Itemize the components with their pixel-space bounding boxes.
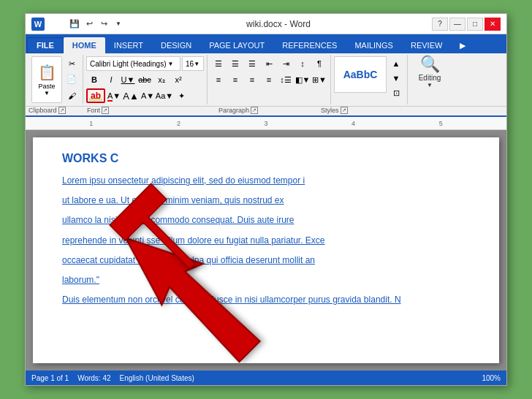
styles-section-label: Styles [321, 107, 339, 114]
paste-button[interactable]: 📋 Paste ▼ [31, 56, 62, 103]
numbering-button[interactable]: ☰ [227, 56, 243, 71]
doc-para-7: Duis elementum non orci vel congue. Fusc… [62, 293, 470, 307]
cut-button[interactable]: ✂ [64, 56, 80, 71]
clipboard-section: 📋 Paste ▼ ✂ 📄 🖌 [28, 55, 83, 104]
tab-references[interactable]: REFERENCES [273, 37, 346, 53]
strikethrough-button[interactable]: abc [137, 72, 153, 87]
doc-para-5: occaecat cupidatat non sunt in culpa qui… [62, 254, 470, 267]
borders-button[interactable]: ⊞▼ [311, 72, 327, 87]
close-btn[interactable]: ✕ [484, 18, 501, 31]
tab-file[interactable]: FILE [27, 37, 64, 53]
superscript-button[interactable]: x² [170, 72, 186, 87]
ribbon-toolbar: 📋 Paste ▼ ✂ 📄 🖌 Calibri Light (Headings)… [26, 53, 506, 107]
line-spacing-button[interactable]: ↕☰ [278, 72, 294, 87]
change-case-button[interactable]: Aa▼ [156, 88, 172, 103]
zoom-level: 100% [482, 374, 501, 382]
help-btn[interactable]: ? [432, 18, 448, 31]
editing-section: 🔍 Editing ▼ [408, 55, 452, 104]
font-size-shrink-button[interactable]: A▼ [140, 88, 156, 103]
styles-scroll-down[interactable]: ▼ [388, 71, 404, 86]
quick-access-toolbar: 💾 ↩ ↪ ▼ [68, 18, 125, 31]
doc-para-1: Lorem ipsu onsectetur adipiscing elit, s… [62, 174, 470, 188]
tab-page-layout[interactable]: PAGE LAYOUT [200, 37, 273, 53]
clipboard-sub-buttons: ✂ 📄 🖌 [64, 56, 80, 103]
window-controls: ? — □ ✕ [432, 18, 501, 31]
editing-label[interactable]: Editing [419, 74, 441, 82]
styles-expand[interactable]: ⊡ [388, 86, 404, 100]
italic-button[interactable]: I [103, 72, 119, 87]
clear-format-button[interactable]: ✦ [173, 88, 189, 103]
tab-more[interactable]: ▶ [451, 37, 474, 53]
bullets-button[interactable]: ☰ [210, 56, 227, 71]
doc-para-2: ut labore e ua. Ut enim ad minim veniam,… [62, 194, 470, 208]
minimize-btn[interactable]: — [449, 18, 466, 31]
tab-insert[interactable]: INSERT [105, 37, 152, 53]
section-labels-row: Clipboard ↗ Font ↗ Paragraph ↗ Styles ↗ [26, 107, 506, 117]
font-row2: B I U▼ abc x₂ x² [86, 72, 204, 87]
paragraph-section: ☰ ☰ ☰ ⇤ ⇥ ↕ ¶ ≡ ≡ ≡ ≡ ↕☰ ◧▼ ⊞▼ [208, 55, 331, 104]
copy-button[interactable]: 📄 [64, 72, 80, 87]
page-count: Page 1 of 1 [31, 374, 69, 382]
bold-button[interactable]: B [86, 72, 102, 87]
font-color-button[interactable]: A▼ [106, 88, 122, 103]
styles-expand-icon[interactable]: ↗ [341, 107, 348, 114]
font-size-grow-button[interactable]: A▲ [123, 88, 139, 103]
show-marks-button[interactable]: ¶ [311, 56, 327, 71]
styles-gallery[interactable]: AaBbC [334, 56, 387, 93]
font-size-box[interactable]: 16 ▼ [182, 56, 204, 71]
font-row3: ab A▼ A▲ A▼ Aa▼ ✦ [86, 88, 204, 103]
doc-heading: WORKS C [62, 152, 470, 165]
multilevel-list-button[interactable]: ☰ [244, 56, 260, 71]
document-page[interactable]: WORKS C Lorem ipsu onsectetur adipiscing… [33, 137, 499, 363]
doc-para-6: laborum." [62, 273, 470, 287]
styles-scroll-up[interactable]: ▲ [388, 56, 404, 71]
clipboard-section-label: Clipboard [28, 107, 57, 114]
tab-home[interactable]: HOME [64, 37, 105, 53]
clipboard-label-cell: Clipboard ↗ [26, 107, 84, 115]
shading-button[interactable]: ◧▼ [294, 72, 311, 87]
tab-mailings[interactable]: MAILINGS [346, 37, 402, 53]
clipboard-expand-icon[interactable]: ↗ [58, 107, 66, 114]
ribbon-tabs: FILE HOME INSERT DESIGN PAGE LAYOUT REFE… [26, 34, 506, 53]
save-btn[interactable]: 💾 [68, 18, 81, 31]
status-bar: Page 1 of 1 Words: 42 English (United St… [26, 370, 506, 385]
underline-button[interactable]: U▼ [120, 72, 136, 87]
font-name-box[interactable]: Calibri Light (Headings) ▼ [86, 56, 180, 71]
sort-button[interactable]: ↕ [294, 56, 311, 71]
para-row2: ≡ ≡ ≡ ≡ ↕☰ ◧▼ ⊞▼ [210, 72, 327, 87]
align-center-button[interactable]: ≡ [227, 72, 243, 87]
align-right-button[interactable]: ≡ [244, 72, 260, 87]
customize-btn[interactable]: ▼ [112, 18, 125, 31]
word-icon: W [31, 18, 45, 31]
undo-btn[interactable]: ↩ [83, 18, 96, 31]
window-title: wiki.docx - Word [125, 19, 432, 29]
ruler-marks: 1 2 3 4 5 [48, 120, 484, 127]
tab-review[interactable]: REVIEW [402, 37, 451, 53]
paragraph-expand-icon[interactable]: ↗ [251, 107, 258, 114]
title-bar: W 💾 ↩ ↪ ▼ wiki.docx - Word ? — □ ✕ [26, 14, 506, 34]
redo-btn[interactable]: ↪ [97, 18, 110, 31]
format-painter-button[interactable]: 🖌 [64, 88, 80, 103]
maximize-btn[interactable]: □ [467, 18, 483, 31]
tab-design[interactable]: DESIGN [152, 37, 200, 53]
increase-indent-button[interactable]: ⇥ [278, 56, 294, 71]
word-window: W 💾 ↩ ↪ ▼ wiki.docx - Word ? — □ ✕ FILE … [25, 13, 507, 386]
editing-chevron[interactable]: ▼ [427, 82, 433, 88]
text-highlight-button[interactable]: ab [86, 88, 105, 103]
ruler: 1 2 3 4 5 [26, 117, 506, 130]
justify-button[interactable]: ≡ [261, 72, 277, 87]
word-count: Words: 42 [77, 374, 110, 382]
align-left-button[interactable]: ≡ [210, 72, 227, 87]
editing-icon: 🔍 [420, 56, 440, 72]
language: English (United States) [120, 374, 194, 382]
font-row1: Calibri Light (Headings) ▼ 16 ▼ [86, 56, 204, 71]
paragraph-label-cell: Paragraph ↗ [216, 107, 318, 115]
doc-para-4: reprehende in volupti sse cillum dolore … [62, 234, 470, 248]
paragraph-section-label: Paragraph [218, 107, 249, 114]
subscript-button[interactable]: x₂ [153, 72, 170, 87]
font-expand-icon[interactable]: ↗ [102, 107, 109, 114]
doc-para-3: ullamco la nisi u ex ea commodo consequa… [62, 213, 470, 227]
decrease-indent-button[interactable]: ⇤ [261, 56, 277, 71]
document-area: WORKS C Lorem ipsu onsectetur adipiscing… [26, 130, 506, 370]
font-label-cell: Font ↗ [84, 107, 216, 115]
